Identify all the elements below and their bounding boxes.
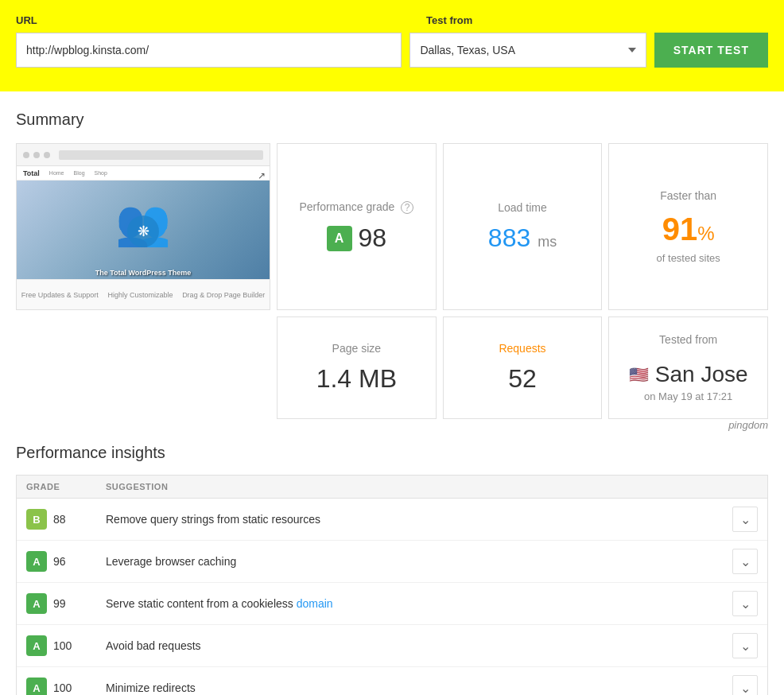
spacer [16,316,270,419]
main-content: Summary Total Home Blog Shop [0,91,784,695]
preview-footer-3: Drag & Drop Page Builder [182,291,265,299]
load-time-unit: ms [538,234,557,250]
tested-from-location: 🇺🇸 San Jose [629,362,748,387]
grade-number: 98 [359,223,387,253]
tested-from-city: San Jose [655,362,748,387]
grade-badge-0: B [26,509,47,530]
suggestion-2: Serve static content from a cookieless d… [106,597,732,610]
dot-1 [23,152,29,158]
header: URL Test from Dallas, Texas, USA New Yor… [0,0,784,91]
suggestion-link-2[interactable]: domain [297,597,333,610]
summary-section: Summary Total Home Blog Shop [16,111,768,431]
tested-from-date: on May 19 at 17:21 [644,390,732,402]
grade-badge-1: A [26,551,47,572]
preview-image: Total Home Blog Shop 👥 ❋ The Total WordP… [17,166,270,309]
suggestion-4: Minimize redirects [106,681,732,694]
site-preview: Total Home Blog Shop 👥 ❋ The Total WordP… [16,143,270,310]
expand-button-0[interactable]: ⌄ [732,507,758,532]
load-time-label: Load time [498,201,546,214]
insight-row: A 99 Serve static content from a cookiel… [17,583,767,625]
insight-row: A 100 Minimize redirects ⌄ [17,667,767,695]
insights-title: Performance insights [16,444,768,462]
expand-button-2[interactable]: ⌄ [732,591,758,616]
tested-from-card: Tested from 🇺🇸 San Jose on May 19 at 17:… [608,316,768,419]
faster-than-unit: % [697,223,714,244]
preview-nav-item-3: Shop [95,170,107,176]
insight-row: A 100 Avoid bad requests ⌄ [17,625,767,667]
faster-than-label: Faster than [660,189,716,202]
preview-nav-item-2: Blog [74,170,85,176]
suggestion-1: Leverage browser caching [106,555,732,568]
url-label: URL [16,14,413,26]
requests-value: 52 [508,364,537,394]
url-input[interactable] [16,33,402,68]
grade-score-0: 88 [53,513,66,526]
grade-col-3: A 100 [26,635,106,656]
insights-header: GRADE SUGGESTION [17,476,767,499]
requests-label: Requests [499,342,545,355]
grade-score-2: 99 [53,597,66,610]
suggestion-column-header: SUGGESTION [106,482,758,491]
faster-than-value: 91% [662,212,715,247]
faster-than-sub: of tested sites [657,252,720,264]
load-time-value: 883 ms [488,223,557,253]
performance-grade-help-icon[interactable]: ? [401,201,413,214]
grade-col-4: A 100 [26,678,106,695]
page-size-card: Page size 1.4 MB [277,316,437,419]
grade-col-0: B 88 [26,509,106,530]
insights-section: Performance insights GRADE SUGGESTION B … [16,444,768,695]
insight-row: A 96 Leverage browser caching ⌄ [17,541,767,583]
requests-card: Requests 52 [443,316,603,419]
grade-badge: A 98 [327,223,387,253]
tested-from-label: Tested from [659,333,717,346]
expand-button-3[interactable]: ⌄ [732,633,758,658]
grade-badge-4: A [26,678,47,695]
preview-toolbar [17,144,270,166]
us-flag-icon: 🇺🇸 [629,365,649,384]
preview-logo: Total [23,169,40,177]
load-time-card: Load time 883 ms [443,143,603,310]
insights-table: GRADE SUGGESTION B 88 Remove query strin… [16,475,768,695]
header-labels: URL Test from [16,14,768,26]
page-size-value: 1.4 MB [316,364,397,394]
preview-hero: 👥 ❋ The Total WordPress Theme [17,181,270,281]
preview-nav: Total Home Blog Shop [17,166,270,181]
grade-score-1: 96 [53,555,66,568]
summary-title: Summary [16,111,768,129]
preview-url-bar [59,150,263,160]
grade-col-1: A 96 [26,551,106,572]
header-inputs: Dallas, Texas, USA New York, USA San Jos… [16,33,768,68]
expand-button-4[interactable]: ⌄ [732,675,758,695]
page-size-label: Page size [332,342,381,355]
preview-corner-icon: ↗ [258,170,266,181]
preview-footer-1: Free Updates & Support [21,291,99,299]
preview-footer-2: Highly Customizable [107,291,173,299]
grade-letter: A [327,226,352,251]
dot-3 [44,152,50,158]
summary-grid-bottom: Page size 1.4 MB Requests 52 Tested from… [16,316,768,419]
summary-grid-top: Total Home Blog Shop 👥 ❋ The Total WordP… [16,143,768,310]
faster-than-card: Faster than 91% of tested sites [608,143,768,310]
grade-badge-3: A [26,635,47,656]
preview-play-icon: ❋ [127,215,159,247]
grade-score-3: 100 [53,639,72,652]
performance-grade-label: Performance grade ? [299,200,413,214]
grade-column-header: GRADE [26,482,106,491]
suggestion-3: Avoid bad requests [106,639,732,652]
preview-nav-item: Home [49,170,64,176]
insight-row: B 88 Remove query strings from static re… [17,499,767,541]
preview-footer: Free Updates & Support Highly Customizab… [17,279,270,309]
start-test-button[interactable]: START TEST [654,33,768,68]
test-from-select[interactable]: Dallas, Texas, USA New York, USA San Jos… [409,33,646,68]
grade-col-2: A 99 [26,593,106,614]
grade-badge-2: A [26,593,47,614]
test-from-label: Test from [426,14,472,26]
pingdom-credit: pingdom [16,419,768,431]
preview-caption-text: The Total WordPress Theme [17,269,270,277]
expand-button-1[interactable]: ⌄ [732,549,758,574]
suggestion-0: Remove query strings from static resourc… [106,513,732,526]
dot-2 [33,152,40,158]
performance-grade-card: Performance grade ? A 98 [277,143,437,310]
grade-score-4: 100 [53,681,72,694]
